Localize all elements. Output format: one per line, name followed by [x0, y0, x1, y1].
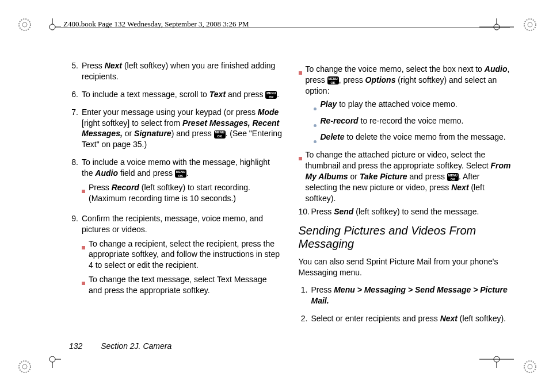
- gear-icon: [523, 17, 537, 34]
- crop-mark-top-left: [44, 18, 61, 36]
- gear-icon: [17, 359, 32, 376]
- list-item: 6.To include a text message, scroll to T…: [69, 89, 283, 100]
- svg-point-17: [22, 364, 27, 369]
- sub-item: To change the voice memo, select the box…: [299, 64, 512, 146]
- sub-item: To change the text message, select Text …: [82, 274, 283, 296]
- list-item: 7.Enter your message using your keypad (…: [69, 107, 283, 151]
- list-item: 10.Press Send (left softkey) to send the…: [299, 206, 512, 217]
- svg-point-2: [49, 24, 55, 30]
- menu-ok-icon: MENUOK: [327, 76, 339, 84]
- gear-icon: [523, 359, 537, 376]
- svg-point-18: [524, 361, 536, 372]
- list-item: 8.To include a voice memo with the messa…: [69, 157, 283, 206]
- gear-icon: [17, 17, 32, 34]
- list-item: 2.Select or enter recipients and press N…: [299, 313, 512, 324]
- menu-ok-icon: MENUOK: [265, 91, 277, 99]
- crop-mark-bottom-left: [44, 351, 61, 368]
- header-rule: [61, 27, 510, 28]
- section-paragraph: You can also send Sprint Picture Mail fr…: [299, 256, 512, 278]
- svg-point-12: [19, 19, 30, 30]
- sub-item: Press Record (left softkey) to start rec…: [82, 182, 283, 204]
- page-footer: 132 Section 2J. Camera: [69, 341, 171, 351]
- svg-point-13: [22, 22, 27, 27]
- svg-point-19: [528, 364, 532, 369]
- crop-mark-bottom-right: [479, 351, 514, 368]
- bullet-item: Delete to delete the voice memo from the…: [314, 132, 512, 146]
- svg-point-8: [49, 356, 55, 362]
- svg-point-16: [19, 361, 30, 372]
- list-item: 1.Press Menu > Messaging > Send Message …: [299, 285, 512, 306]
- list-item: 5.Press Next (left softkey) when you are…: [69, 60, 283, 82]
- bullet-item: Re-record to re-record the voice memo.: [314, 116, 512, 130]
- sub-item: To change the attached picture or video,…: [299, 149, 512, 203]
- svg-point-15: [528, 22, 532, 27]
- right-column: To change the voice memo, select the box…: [299, 60, 512, 331]
- left-column: 5.Press Next (left softkey) when you are…: [69, 60, 283, 331]
- page-number: 132: [69, 341, 82, 351]
- menu-ok-icon: MENUOK: [447, 173, 459, 181]
- menu-ok-icon: MENUOK: [175, 170, 186, 178]
- footer-section: Section 2J. Camera: [101, 341, 171, 351]
- svg-point-14: [524, 19, 536, 30]
- list-item: 9.Confirm the recipients, message, voice…: [69, 213, 283, 298]
- section-heading: Sending Pictures and Videos From Messagi…: [299, 224, 512, 251]
- page-content: 5.Press Next (left softkey) when you are…: [69, 60, 512, 346]
- bullet-item: Play to play the attached voice memo.: [314, 99, 512, 113]
- menu-ok-icon: MENUOK: [214, 130, 226, 139]
- sub-item: To change a recipient, select the recipi…: [82, 239, 283, 271]
